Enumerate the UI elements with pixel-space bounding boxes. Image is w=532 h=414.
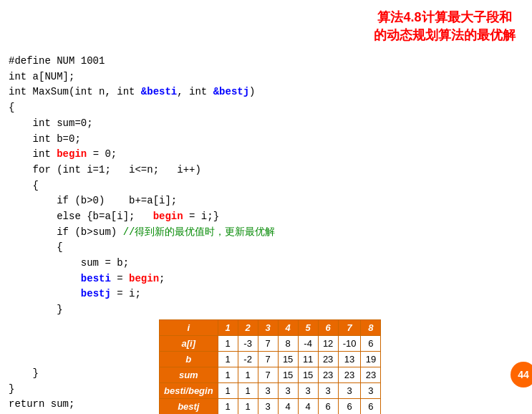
code-line: } [9, 302, 359, 318]
title-section: 算法4.8计算最大子段和 的动态规划算法的最优解 [366, 7, 523, 44]
table-cell: 3 [278, 382, 298, 398]
title-line1: 算法4.8计算最大子段和 [377, 10, 511, 24]
table-cell: 3 [361, 382, 381, 398]
table-cell: 3 [318, 382, 338, 398]
table-cell: 1 [238, 398, 258, 414]
table-cell: -10 [338, 335, 361, 351]
table-cell: 6 [318, 398, 338, 414]
table-row-label: sum [160, 367, 218, 382]
table-cell: 12 [318, 335, 338, 351]
table-cell: 1 [218, 351, 238, 367]
table-cell: 3 [298, 382, 318, 398]
table-cell: 1 [218, 382, 238, 398]
table-row-label: a[i] [160, 335, 218, 351]
main-container: #define NUM 1001int a[NUM];int MaxSum(in… [0, 0, 532, 414]
code-line: { [9, 240, 359, 256]
table-row: sum1171515232323 [160, 367, 381, 382]
table-cell: 1 [218, 367, 238, 382]
table-cell: 6 [361, 335, 381, 351]
title-line2: 的动态规划算法的最优解 [374, 28, 516, 42]
table-cell: 7 [258, 351, 278, 367]
code-line: int begin = 0; [9, 147, 359, 163]
code-line: if (b>sum) //得到新的最优值时，更新最优解 [9, 225, 359, 241]
code-line: return sum; [9, 397, 152, 413]
code-line: int sum=0; [9, 116, 359, 132]
table-cell: 11 [298, 351, 318, 367]
table-cell: 19 [361, 351, 381, 367]
table-cell: 4 [278, 398, 298, 414]
table-row-label: b [160, 351, 218, 367]
table-cell: 6 [361, 398, 381, 414]
table-cell: 23 [318, 367, 338, 382]
table-header-cell: 2 [238, 319, 258, 335]
code-line: bestj = i; [9, 287, 359, 302]
table-cell: 1 [238, 382, 258, 398]
table-header-cell: 4 [278, 319, 298, 335]
table-wrapper: i12345678a[i]1-378-412-106b1-27151123131… [159, 319, 523, 414]
code-line: else {b=a[i]; begin = i;} [9, 209, 359, 225]
code-line: { [9, 100, 359, 116]
code-line: } [9, 382, 152, 398]
table-cell: 15 [278, 351, 298, 367]
bottom-section: }}return sum;} i12345678a[i]1-378-412-10… [9, 319, 523, 414]
code-line: int MaxSum(int n, int &besti, int &bestj… [9, 85, 359, 100]
table-cell: -3 [238, 335, 258, 351]
table-row: b1-271511231319 [160, 351, 381, 367]
table-cell: -4 [298, 335, 318, 351]
data-table: i12345678a[i]1-378-412-106b1-27151123131… [159, 319, 381, 414]
table-header-cell: 1 [218, 319, 238, 335]
table-cell: 15 [298, 367, 318, 382]
code-section: #define NUM 1001int a[NUM];int MaxSum(in… [9, 7, 359, 318]
table-cell: -2 [238, 351, 258, 367]
table-header-cell: 3 [258, 319, 278, 335]
table-cell: 4 [298, 398, 318, 414]
table-row: bestj11344666 [160, 398, 381, 414]
table-cell: 8 [278, 335, 298, 351]
code-line: sum = b; [9, 256, 359, 271]
code-line: { [9, 178, 359, 194]
table-header-cell: 6 [318, 319, 338, 335]
table-cell: 3 [338, 382, 361, 398]
table-header-cell: 7 [338, 319, 361, 335]
table-header-cell: i [160, 319, 218, 335]
code-line: for (int i=1; i<=n; i++) [9, 163, 359, 178]
table-cell: 23 [318, 351, 338, 367]
code-line: besti = begin; [9, 271, 359, 287]
table-cell: 13 [338, 351, 361, 367]
table-cell: 7 [258, 367, 278, 382]
code-line: if (b>0) b+=a[i]; [9, 193, 359, 209]
table-cell: 7 [258, 335, 278, 351]
table-cell: 23 [361, 367, 381, 382]
table-row-label: bestj [160, 398, 218, 414]
table-cell: 3 [258, 398, 278, 414]
table-row: a[i]1-378-412-106 [160, 335, 381, 351]
code-bottom: }}return sum;} [9, 319, 152, 414]
table-cell: 1 [238, 367, 258, 382]
code-line: #define NUM 1001 [9, 54, 359, 69]
code-line: } [9, 366, 152, 382]
table-cell: 15 [278, 367, 298, 382]
badge-44: 44 [511, 362, 532, 387]
code-line: int b=0; [9, 132, 359, 148]
table-cell: 1 [218, 335, 238, 351]
table-cell: 6 [338, 398, 361, 414]
code-line: int a[NUM]; [9, 69, 359, 85]
table-header-cell: 8 [361, 319, 381, 335]
top-row: #define NUM 1001int a[NUM];int MaxSum(in… [9, 7, 523, 318]
table-row-label: besti/begin [160, 382, 218, 398]
table-cell: 23 [338, 367, 361, 382]
table-header-cell: 5 [298, 319, 318, 335]
table-row: besti/begin11333333 [160, 382, 381, 398]
table-cell: 1 [218, 398, 238, 414]
table-cell: 3 [258, 382, 278, 398]
